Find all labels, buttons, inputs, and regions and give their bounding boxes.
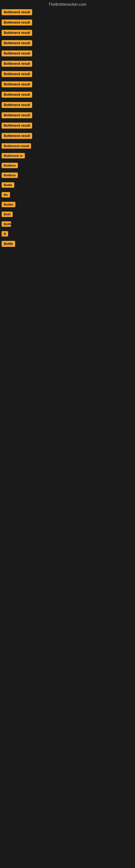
badge-row-1: Bottleneck result <box>1 8 134 18</box>
site-header: TheBottlenecker.com <box>0 0 135 8</box>
bottleneck-badge-8[interactable]: Bottleneck result <box>2 82 32 87</box>
bottleneck-badge-18[interactable]: Bottle <box>2 182 14 188</box>
badge-row-4: Bottleneck result <box>1 38 134 49</box>
results-container: Bottleneck resultBottleneck resultBottle… <box>0 8 135 250</box>
badge-row-6: Bottleneck result <box>1 59 134 69</box>
bottleneck-badge-24[interactable]: Bottle <box>2 241 15 247</box>
bottleneck-badge-6[interactable]: Bottleneck result <box>2 61 32 67</box>
badge-row-17: Bottlene <box>1 171 134 181</box>
badge-row-22: Bottlene <box>1 220 134 229</box>
bottleneck-badge-16[interactable]: Bottlene <box>2 163 18 168</box>
bottleneck-badge-17[interactable]: Bottlene <box>2 173 18 178</box>
badge-row-20: Bottler <box>1 200 134 210</box>
bottleneck-badge-22[interactable]: Bottlene <box>2 221 11 227</box>
badge-row-15: Bottleneck re <box>1 151 134 161</box>
bottleneck-badge-21[interactable]: Bottl <box>2 212 13 217</box>
bottleneck-badge-9[interactable]: Bottleneck result <box>2 92 32 98</box>
site-title: TheBottlenecker.com <box>0 0 135 8</box>
bottleneck-badge-23[interactable]: B <box>2 231 8 237</box>
badge-row-18: Bottle <box>1 181 134 190</box>
bottleneck-badge-1[interactable]: Bottleneck result <box>2 9 32 15</box>
badge-row-24: Bottle <box>1 239 134 250</box>
bottleneck-badge-4[interactable]: Bottleneck result <box>2 40 32 46</box>
badge-row-5: Bottleneck result <box>1 49 134 59</box>
spacer <box>0 250 135 467</box>
bottleneck-badge-12[interactable]: Bottleneck result <box>2 123 32 129</box>
badge-row-21: Bottl <box>1 210 134 220</box>
badge-row-13: Bottleneck result <box>1 131 134 142</box>
bottleneck-badge-7[interactable]: Bottleneck result <box>2 71 32 77</box>
bottleneck-badge-20[interactable]: Bottler <box>2 202 15 207</box>
bottleneck-badge-19[interactable]: Bo <box>2 192 10 197</box>
bottleneck-badge-3[interactable]: Bottleneck result <box>2 30 32 36</box>
badge-row-7: Bottleneck result <box>1 69 134 80</box>
badge-row-23: B <box>1 229 134 239</box>
badge-row-2: Bottleneck result <box>1 18 134 28</box>
badge-row-16: Bottlene <box>1 161 134 171</box>
badge-row-10: Bottleneck result <box>1 100 134 111</box>
badge-row-14: Bottleneck result <box>1 142 134 151</box>
badge-row-11: Bottleneck result <box>1 111 134 121</box>
badge-row-12: Bottleneck result <box>1 121 134 131</box>
badge-row-19: Bo <box>1 190 134 200</box>
badge-row-3: Bottleneck result <box>1 28 134 38</box>
bottleneck-badge-11[interactable]: Bottleneck result <box>2 112 32 118</box>
bottleneck-badge-10[interactable]: Bottleneck result <box>2 102 32 108</box>
badge-row-9: Bottleneck result <box>1 90 134 100</box>
badge-row-8: Bottleneck result <box>1 80 134 90</box>
bottleneck-badge-14[interactable]: Bottleneck result <box>2 143 31 149</box>
bottleneck-badge-15[interactable]: Bottleneck re <box>2 153 25 158</box>
bottleneck-badge-2[interactable]: Bottleneck result <box>2 20 32 26</box>
bottleneck-badge-5[interactable]: Bottleneck result <box>2 51 32 56</box>
bottleneck-badge-13[interactable]: Bottleneck result <box>2 133 32 139</box>
